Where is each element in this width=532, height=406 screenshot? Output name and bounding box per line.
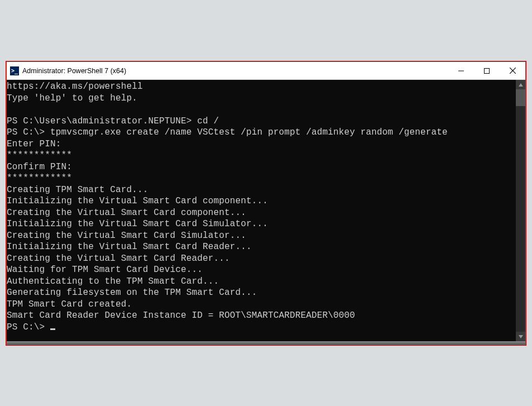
svg-rect-1 <box>485 68 490 73</box>
vertical-scrollbar[interactable] <box>516 80 525 341</box>
window-controls <box>448 62 525 79</box>
window-title: Administrator: PowerShell 7 (x64) <box>22 67 448 75</box>
close-button[interactable] <box>500 62 525 79</box>
terminal-output[interactable]: https://aka.ms/powershell Type 'help' to… <box>7 80 516 341</box>
terminal-area: https://aka.ms/powershell Type 'help' to… <box>7 80 525 341</box>
titlebar[interactable]: >_ Administrator: PowerShell 7 (x64) <box>7 62 525 80</box>
scrollbar-down-button[interactable] <box>516 332 525 341</box>
maximize-button[interactable] <box>474 62 500 79</box>
screenshot-highlight-border: >_ Administrator: PowerShell 7 (x64) htt… <box>6 61 526 346</box>
window-bottom-edge <box>7 341 525 345</box>
powershell-icon-glyph: >_ <box>11 68 18 74</box>
scrollbar-up-button[interactable] <box>516 80 525 89</box>
powershell-icon: >_ <box>10 66 19 75</box>
cursor <box>50 328 55 330</box>
scrollbar-thumb[interactable] <box>516 89 525 106</box>
minimize-button[interactable] <box>448 62 474 79</box>
powershell-window: >_ Administrator: PowerShell 7 (x64) htt… <box>6 61 526 345</box>
